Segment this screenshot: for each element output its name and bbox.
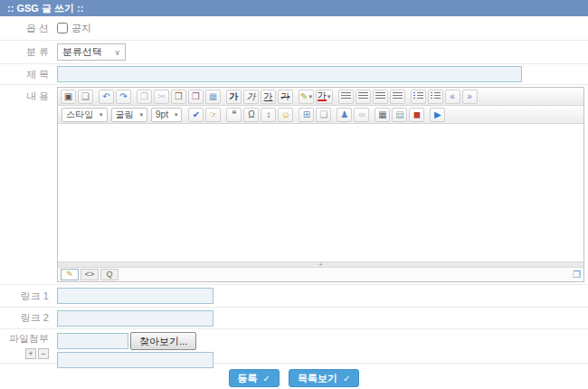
paste-icon: ❒ <box>175 92 183 101</box>
wysiwyg-editor: ▣❏↶↷❐✂❒❒▦가가가가✎▾가▾«»스타일▾굴림▾9pt▾✔☞“Ω↕☺⊞❏♟∞… <box>57 87 584 282</box>
category-select[interactable]: 분류선택 ∨ <box>57 43 126 61</box>
attach-row: 파일첨부 + − 찾아보기... <box>0 329 588 364</box>
special-char-button[interactable]: Ω <box>243 108 259 122</box>
caret-down-icon: ▾ <box>175 111 178 119</box>
align-center-button[interactable] <box>356 90 371 104</box>
add-file-button[interactable]: + <box>25 348 36 359</box>
new-document-icon: ❏ <box>81 92 90 101</box>
select-all-button[interactable]: ▦ <box>205 90 221 104</box>
strikethrough-icon: 가 <box>281 92 290 101</box>
strikethrough-button[interactable]: 가 <box>278 90 293 104</box>
film-icon: ▦ <box>378 110 386 119</box>
font-select[interactable]: 굴림▾ <box>111 108 148 122</box>
outdent-button[interactable]: « <box>445 90 460 104</box>
view-list-button[interactable]: 목록보기 ✓ <box>289 369 359 387</box>
caret-down-icon: ▾ <box>327 93 331 100</box>
submit-button-label: 등록 <box>238 372 258 385</box>
indent-button[interactable]: » <box>462 90 478 104</box>
undo-button[interactable]: ↶ <box>99 90 114 104</box>
submit-button[interactable]: 등록 ✓ <box>229 369 280 387</box>
edit-mode-tab[interactable]: ✎ <box>61 269 79 280</box>
picture-icon: ▤ <box>395 110 403 119</box>
paste-button[interactable]: ❒ <box>171 90 186 104</box>
link1-input[interactable] <box>57 288 213 304</box>
caret-down-icon: ▾ <box>100 111 103 119</box>
italic-icon: 가 <box>247 92 256 101</box>
sticker-icon: ☞ <box>209 110 217 119</box>
option-row: 옵 션 공지 <box>0 16 588 41</box>
preview-mode-tab[interactable]: Q <box>100 269 119 280</box>
blockquote-icon: “ <box>232 110 236 119</box>
highlight-color-icon: ✎ <box>300 92 308 101</box>
caret-down-icon: ▾ <box>140 111 144 119</box>
underline-button[interactable]: 가 <box>261 90 276 104</box>
notice-checkbox-wrap: 공지 <box>57 22 91 35</box>
content-row: 내 용 ▣❏↶↷❐✂❒❒▦가가가가✎▾가▾«»스타일▾굴림▾9pt▾✔☞“Ω↕☺… <box>0 85 588 285</box>
style-select[interactable]: 스타일▾ <box>62 108 108 122</box>
blockquote-button[interactable]: “ <box>226 108 242 122</box>
size-select[interactable]: 9pt▾ <box>151 108 182 122</box>
file-name-input[interactable] <box>57 333 128 349</box>
cut-button: ✂ <box>154 90 169 104</box>
layer-button[interactable]: ❏ <box>316 108 331 122</box>
media-play-button[interactable]: ▶ <box>430 108 445 122</box>
ordered-list-button[interactable] <box>411 90 426 104</box>
style-select-icon: 스타일 <box>66 109 93 121</box>
resize-handle-icon: + <box>318 262 323 268</box>
editor-content-area[interactable] <box>58 124 583 261</box>
redo-button[interactable]: ↷ <box>116 90 131 104</box>
attach-label-wrap: 파일첨부 + − <box>0 332 57 359</box>
spell-check-icon: ✔ <box>193 110 200 119</box>
category-label: 분 류 <box>0 45 57 59</box>
edit-mode-icon: ✎ <box>66 270 73 279</box>
remove-file-button[interactable]: − <box>38 348 49 359</box>
highlight-color-button[interactable]: ✎▾ <box>299 90 314 104</box>
title-label: 제 목 <box>0 68 57 81</box>
browse-button[interactable]: 찾아보기... <box>130 332 196 350</box>
link2-input[interactable] <box>57 310 213 327</box>
write-post-page: :: GSG 글 쓰기 :: 옵 션 공지 분 류 분류선택 ∨ 제 목 내 용… <box>0 0 588 389</box>
redo-icon: ↷ <box>119 92 127 101</box>
unordered-list-button[interactable] <box>428 90 443 104</box>
paste-special-button[interactable]: ❒ <box>188 90 204 104</box>
film-button[interactable]: ▦ <box>375 108 390 122</box>
picture-button[interactable]: ▤ <box>392 108 407 122</box>
editor-resize-bar[interactable]: + <box>58 261 583 268</box>
line-height-button[interactable]: ↕ <box>261 108 276 122</box>
align-justify-button[interactable] <box>390 90 405 104</box>
title-input[interactable] <box>57 66 522 82</box>
emoticon-button[interactable]: ☺ <box>278 108 293 122</box>
attach-fields: 찾아보기... <box>57 332 213 368</box>
size-select-icon: 9pt <box>156 109 168 119</box>
table-icon: ⊞ <box>303 110 310 119</box>
link1-label: 링크 1 <box>0 289 57 303</box>
link-icon: ∞ <box>358 110 365 119</box>
photo-button[interactable]: ♟ <box>337 108 352 122</box>
sticker-button[interactable]: ☞ <box>205 108 221 122</box>
align-center-icon <box>358 92 368 100</box>
align-left-icon <box>341 92 351 100</box>
layer-icon: ❏ <box>319 110 327 119</box>
link-button: ∞ <box>354 108 369 122</box>
align-right-button[interactable] <box>373 90 388 104</box>
bold-button[interactable]: 가 <box>226 90 242 104</box>
video-button[interactable]: ◼ <box>409 108 424 122</box>
print-button[interactable]: ▣ <box>61 90 76 104</box>
font-color-button[interactable]: 가▾ <box>316 90 333 104</box>
font-color-icon: 가 <box>318 91 327 101</box>
file-description-input[interactable] <box>57 352 213 368</box>
check-icon: ✓ <box>263 374 270 384</box>
view-list-button-label: 목록보기 <box>298 372 337 385</box>
expand-editor-icon[interactable]: ❐ <box>573 270 581 280</box>
undo-icon: ↶ <box>102 92 109 101</box>
italic-button[interactable]: 가 <box>243 90 259 104</box>
align-left-button[interactable] <box>338 90 354 104</box>
editor-mode-tabs: ✎<>Q <box>61 269 120 280</box>
link2-row: 링크 2 <box>0 308 588 329</box>
notice-checkbox[interactable] <box>57 23 68 33</box>
html-mode-tab[interactable]: <> <box>81 269 99 280</box>
spell-check-button[interactable]: ✔ <box>188 108 204 122</box>
new-document-button[interactable]: ❏ <box>78 90 93 104</box>
table-button[interactable]: ⊞ <box>299 108 314 122</box>
link2-label: 링크 2 <box>0 311 57 325</box>
